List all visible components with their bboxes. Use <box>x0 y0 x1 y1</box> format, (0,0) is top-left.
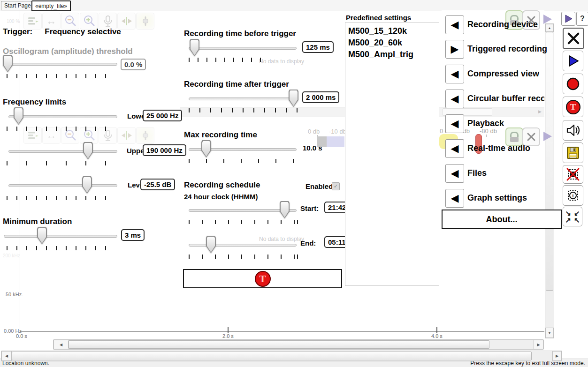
play-purple-button[interactable] <box>561 12 575 26</box>
lower-frequency-slider[interactable] <box>8 115 117 118</box>
axis-label-0s: 0.0 s <box>16 333 27 339</box>
menu-arrow-circular-buffer[interactable]: ◀ <box>445 90 464 108</box>
after-trigger-slider-thumb[interactable] <box>289 90 298 107</box>
scroll-right-button[interactable]: ▶ <box>534 340 543 349</box>
menu-arrow-compressed-view[interactable]: ◀ <box>445 65 464 83</box>
menu-item-recording-device[interactable]: Recording device <box>467 20 538 30</box>
minimum-duration-slider[interactable] <box>4 235 117 238</box>
audio-output-button[interactable] <box>563 120 583 141</box>
scroll-right-button[interactable]: ▶ <box>552 351 562 361</box>
menu-item-triggered-recording[interactable]: Triggered recording <box>467 44 547 54</box>
after-trigger-slider[interactable] <box>189 97 297 100</box>
about-button[interactable]: About... <box>442 210 562 229</box>
slider-ticks <box>7 127 107 131</box>
max-recording-slider-thumb[interactable] <box>201 140 211 157</box>
processing-disabled-button[interactable] <box>563 165 583 184</box>
vertical-scrollbar[interactable]: ▲ ▼ <box>545 23 554 338</box>
schedule-enabled-checkbox[interactable]: ✓ <box>332 182 340 190</box>
oscillogram-threshold-slider[interactable] <box>4 63 117 66</box>
menu-arrow-files[interactable]: ◀ <box>445 164 464 183</box>
level-value[interactable]: -25.5 dB <box>140 179 175 190</box>
exit-fullscreen-button[interactable]: ↘↙ ↗↖ <box>563 207 582 226</box>
menu-arrow-triggered-recording[interactable]: ▶ <box>445 40 464 59</box>
left-arrow-icon: ◀ <box>451 19 459 31</box>
upper-frequency-value[interactable]: 190 000 Hz <box>143 144 186 156</box>
axis-label-50khz: 50 kHz <box>6 292 22 297</box>
scroll-down-button[interactable]: ▼ <box>545 328 554 338</box>
vertical-scrollbar-thumb[interactable] <box>546 32 553 291</box>
axis-label-100-percent: 100 % <box>7 19 20 24</box>
time-axis-scrollbar[interactable]: ◀ ▶ <box>53 339 544 350</box>
list-item[interactable]: M500_Ampl_trig <box>348 49 439 60</box>
menu-item-realtime-audio[interactable]: Real-time audio <box>467 143 530 153</box>
time-axis-scrollbar-thumb[interactable] <box>69 340 489 349</box>
help-button[interactable]: ? <box>576 12 588 26</box>
vertical-cursor-icon-button[interactable] <box>136 13 154 30</box>
menu-item-playback[interactable]: Playback <box>467 119 504 128</box>
oscillogram-threshold-value[interactable]: 0.0 % <box>121 59 146 70</box>
schedule-end-slider-thumb[interactable] <box>206 236 216 253</box>
schedule-enabled-label: Enabled <box>305 182 333 190</box>
list-item[interactable]: M500_15_120k <box>348 25 439 37</box>
before-trigger-slider[interactable] <box>189 47 297 50</box>
schedule-end-slider[interactable] <box>189 244 297 247</box>
processing-info-button[interactable]: i <box>563 185 583 206</box>
after-trigger-heading: Recording time after trigger <box>184 80 289 89</box>
triggered-record-button[interactable]: T <box>563 97 583 117</box>
close-window-button[interactable] <box>563 28 584 49</box>
left-arrow-icon: ◀ <box>451 118 459 130</box>
upper-frequency-slider[interactable] <box>8 150 117 153</box>
vertical-cursor-icon-button <box>136 127 154 144</box>
upper-frequency-slider-thumb[interactable] <box>83 142 93 159</box>
processing-disabled-icon <box>565 167 580 182</box>
no-data-text: No data to display <box>259 236 304 242</box>
scroll-left-button[interactable]: ◀ <box>1 351 12 361</box>
save-button[interactable] <box>563 142 583 163</box>
scroll-left-icon: ◀ <box>5 354 8 358</box>
predefined-settings-list[interactable]: M500_15_120k M500_20_60k M500_Ampl_trig <box>345 22 439 286</box>
graph-y-axis-line <box>20 11 20 332</box>
schedule-start-slider-thumb[interactable] <box>280 201 290 218</box>
lower-frequency-slider-thumb[interactable] <box>14 107 23 125</box>
menu-item-files[interactable]: Files <box>467 168 487 178</box>
before-trigger-value[interactable]: 125 ms <box>302 41 334 53</box>
lock-icon <box>510 132 519 137</box>
menu-arrow-recording-device[interactable]: ◀ <box>445 15 464 34</box>
slider-ticks <box>7 246 107 250</box>
scroll-left-button[interactable]: ◀ <box>53 340 69 349</box>
menu-arrow-graph-settings[interactable]: ◀ <box>445 189 464 208</box>
minimum-duration-heading: Minimum duration <box>3 217 72 226</box>
level-slider[interactable] <box>8 184 117 187</box>
record-button[interactable] <box>563 74 583 94</box>
before-trigger-slider-thumb[interactable] <box>190 39 199 56</box>
t-glyph: T <box>570 102 576 112</box>
minimum-duration-slider-thumb[interactable] <box>37 227 47 244</box>
list-item[interactable]: M500_20_60k <box>348 37 439 49</box>
slider-ticks <box>189 255 297 259</box>
menu-item-circular-buffer[interactable]: Circular buffer recording <box>467 94 544 104</box>
menu-arrow-realtime-audio[interactable]: ◀ <box>445 139 464 158</box>
lower-frequency-value[interactable]: 25 000 Hz <box>143 110 182 121</box>
tab-start-page[interactable]: Start Page <box>1 1 34 10</box>
menu-arrow-playback[interactable]: ◀ <box>445 114 464 133</box>
save-icon <box>565 145 580 160</box>
minimum-duration-value[interactable]: 3 ms <box>121 229 145 241</box>
trigger-title: Trigger: Frequency selective <box>3 27 121 37</box>
menu-item-graph-settings[interactable]: Graph settings <box>467 193 527 203</box>
menu-item-compressed-view[interactable]: Compressed view <box>467 69 539 79</box>
scroll-right-icon[interactable]: ▶ <box>538 109 542 114</box>
play-file-button[interactable] <box>563 51 583 71</box>
play-purple-icon <box>563 14 573 24</box>
oscillogram-threshold-slider-thumb[interactable] <box>3 55 13 72</box>
exit-fullscreen-icon: ↘↙ <box>565 210 582 217</box>
main-horizontal-scrollbar-thumb[interactable] <box>12 352 532 360</box>
fit-width-icon-button <box>117 127 136 144</box>
trigger-now-button[interactable]: T <box>183 269 342 288</box>
record-icon <box>565 76 580 91</box>
main-horizontal-scrollbar[interactable]: ◀ ▶ <box>1 351 562 361</box>
slider-ticks <box>189 108 298 112</box>
scroll-down-icon: ▼ <box>548 331 551 335</box>
after-trigger-value[interactable]: 2 000 ms <box>302 91 339 103</box>
level-slider-thumb[interactable] <box>82 176 92 194</box>
tab-empty-file[interactable]: «empty_file» <box>31 0 71 11</box>
